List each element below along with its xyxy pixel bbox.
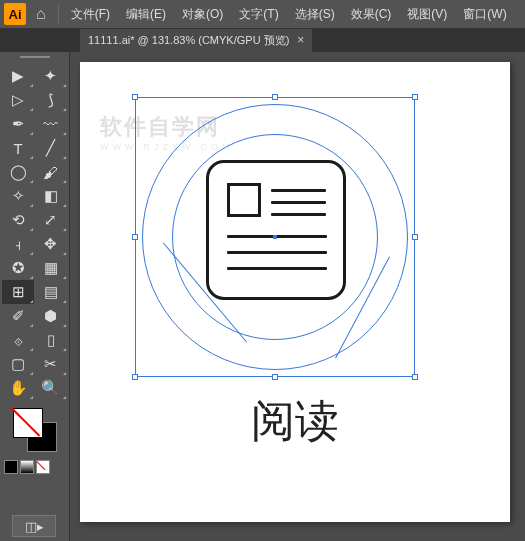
slice-tool[interactable]: ✂ xyxy=(35,352,67,376)
artwork-caption[interactable]: 阅读 xyxy=(80,392,510,451)
selection-tool[interactable]: ▶ xyxy=(2,64,34,88)
perspective-tool[interactable]: ▦ xyxy=(35,256,67,280)
color-mode-none[interactable] xyxy=(36,460,50,474)
menu-bar: Ai ⌂ 文件(F) 编辑(E) 对象(O) 文字(T) 选择(S) 效果(C)… xyxy=(0,0,525,28)
menu-view[interactable]: 视图(V) xyxy=(401,6,453,23)
menu-effect[interactable]: 效果(C) xyxy=(345,6,398,23)
document-tab[interactable]: 11111.ai* @ 131.83% (CMYK/GPU 预览) × xyxy=(80,29,312,52)
magic-wand-tool[interactable]: ✦ xyxy=(35,64,67,88)
color-mode-solid[interactable] xyxy=(4,460,18,474)
menu-select[interactable]: 选择(S) xyxy=(289,6,341,23)
tab-label: 11111.ai* @ 131.83% (CMYK/GPU 预览) xyxy=(88,33,289,48)
resize-handle[interactable] xyxy=(412,374,418,380)
divider xyxy=(58,4,59,24)
brush-tool[interactable]: 🖌 xyxy=(35,160,67,184)
resize-handle[interactable] xyxy=(272,374,278,380)
eraser-tool[interactable]: ◧ xyxy=(35,184,67,208)
menu-edit[interactable]: 编辑(E) xyxy=(120,6,172,23)
menu-object[interactable]: 对象(O) xyxy=(176,6,229,23)
panel-grip[interactable] xyxy=(0,52,69,62)
color-swatch[interactable] xyxy=(0,402,69,458)
fill-swatch[interactable] xyxy=(13,408,43,438)
rotate-tool[interactable]: ⟲ xyxy=(2,208,34,232)
menu-window[interactable]: 窗口(W) xyxy=(457,6,512,23)
close-icon[interactable]: × xyxy=(297,33,304,47)
home-icon[interactable]: ⌂ xyxy=(30,5,52,23)
menu-type[interactable]: 文字(T) xyxy=(233,6,284,23)
canvas[interactable]: 软件自学网 WWW.RJZXW.COM 阅读 xyxy=(70,52,525,541)
resize-handle[interactable] xyxy=(272,94,278,100)
lasso-tool[interactable]: ⟆ xyxy=(35,88,67,112)
rectangle-tool[interactable]: ◯ xyxy=(2,160,34,184)
shaper-tool[interactable]: ✧ xyxy=(2,184,34,208)
gradient-tool[interactable]: ▤ xyxy=(35,280,67,304)
line-tool[interactable]: ╱ xyxy=(35,136,67,160)
type-tool[interactable]: T xyxy=(2,136,34,160)
eyedropper-tool[interactable]: ✐ xyxy=(2,304,34,328)
free-transform-tool[interactable]: ✥ xyxy=(35,232,67,256)
color-mode-gradient[interactable] xyxy=(20,460,34,474)
zoom-tool[interactable]: 🔍 xyxy=(35,376,67,400)
resize-handle[interactable] xyxy=(132,234,138,240)
color-mode-row xyxy=(0,458,69,476)
direct-selection-tool[interactable]: ▷ xyxy=(2,88,34,112)
blend-tool[interactable]: ⬢ xyxy=(35,304,67,328)
pen-tool[interactable]: ✒ xyxy=(2,112,34,136)
tool-panel: ▶✦▷⟆✒〰T╱◯🖌✧◧⟲⤢⫞✥✪▦⊞▤✐⬢⟐▯▢✂✋🔍 ◫▸ xyxy=(0,52,70,541)
screen-mode-button[interactable]: ◫▸ xyxy=(12,515,56,537)
center-point[interactable] xyxy=(273,235,277,239)
resize-handle[interactable] xyxy=(132,374,138,380)
width-tool[interactable]: ⫞ xyxy=(2,232,34,256)
menu-file[interactable]: 文件(F) xyxy=(65,6,116,23)
artboard[interactable]: 软件自学网 WWW.RJZXW.COM 阅读 xyxy=(80,62,510,522)
artboard-tool[interactable]: ▢ xyxy=(2,352,34,376)
resize-handle[interactable] xyxy=(412,234,418,240)
selection-bounds[interactable] xyxy=(135,97,415,377)
document-tabs: 11111.ai* @ 131.83% (CMYK/GPU 预览) × xyxy=(0,28,525,52)
graph-tool[interactable]: ▯ xyxy=(35,328,67,352)
scale-tool[interactable]: ⤢ xyxy=(35,208,67,232)
hand-tool[interactable]: ✋ xyxy=(2,376,34,400)
resize-handle[interactable] xyxy=(412,94,418,100)
curvature-tool[interactable]: 〰 xyxy=(35,112,67,136)
app-icon: Ai xyxy=(4,3,26,25)
shape-builder-tool[interactable]: ✪ xyxy=(2,256,34,280)
symbol-sprayer-tool[interactable]: ⟐ xyxy=(2,328,34,352)
resize-handle[interactable] xyxy=(132,94,138,100)
mesh-tool[interactable]: ⊞ xyxy=(2,280,34,304)
